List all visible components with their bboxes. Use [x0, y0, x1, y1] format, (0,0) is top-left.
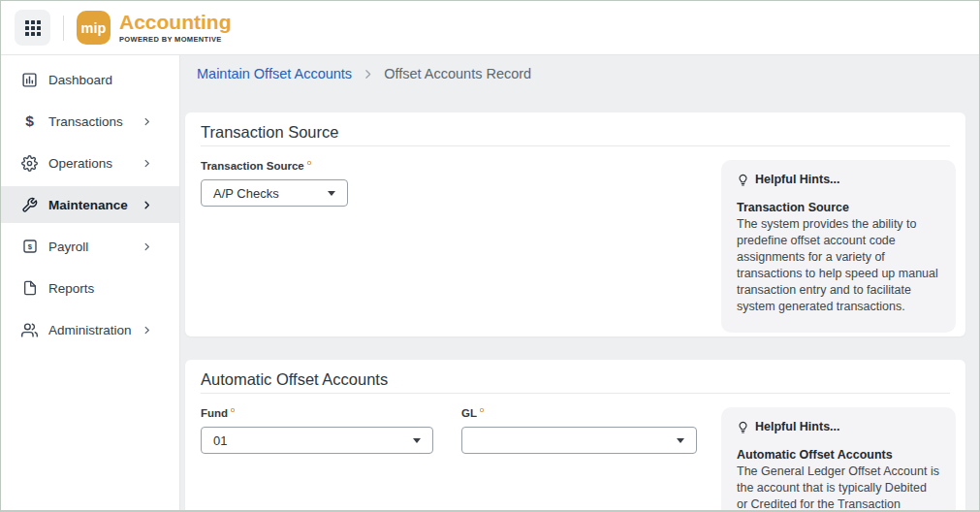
hints-heading: Transaction Source	[737, 200, 940, 216]
caret-down-icon	[328, 191, 335, 196]
brand-text: Accounting POWERED BY MOMENTIVE	[119, 12, 232, 44]
hints-title: Helpful Hints...	[755, 420, 840, 433]
caret-down-icon	[677, 438, 684, 443]
main-content: Maintain Offset Accounts Offset Accounts…	[181, 55, 979, 510]
sidebar-item-administration[interactable]: Administration	[1, 311, 179, 348]
reports-icon	[20, 280, 39, 296]
chevron-right-icon	[142, 158, 152, 169]
select-value: 01	[213, 433, 413, 448]
automatic-offset-accounts-card: Automatic Offset Accounts Fund 01	[185, 360, 965, 510]
sidebar-item-maintenance[interactable]: Maintenance	[1, 186, 179, 223]
gl-field: GL	[461, 407, 697, 454]
app-name: Accounting	[119, 12, 232, 32]
field-label: Fund	[201, 407, 433, 421]
sidebar-item-label: Operations	[48, 156, 112, 171]
lightbulb-icon	[737, 174, 749, 186]
sidebar: Dashboard $ Transactions Operations	[1, 55, 180, 510]
hints-body: The General Ledger Offset Account is the…	[737, 464, 940, 510]
sidebar-item-label: Payroll	[48, 240, 88, 254]
gl-select[interactable]	[461, 427, 697, 454]
transactions-icon: $	[20, 112, 39, 130]
caret-down-icon	[413, 438, 421, 443]
helpful-hints-panel: Helpful Hints... Transaction Source The …	[721, 160, 956, 333]
mip-logo: mip	[77, 11, 111, 45]
field-label: GL	[461, 407, 697, 421]
breadcrumb-current: Offset Accounts Record	[384, 66, 531, 81]
helpful-hints-panel: Helpful Hints... Automatic Offset Accoun…	[721, 407, 956, 510]
lightbulb-icon	[737, 421, 749, 433]
required-indicator	[231, 408, 235, 412]
required-indicator	[480, 408, 484, 412]
hints-title: Helpful Hints...	[755, 173, 840, 186]
chevron-right-icon	[142, 241, 152, 252]
sidebar-item-reports[interactable]: Reports	[1, 270, 179, 306]
card-title: Automatic Offset Accounts	[201, 370, 388, 389]
sidebar-item-dashboard[interactable]: Dashboard	[1, 61, 179, 98]
sidebar-item-operations[interactable]: Operations	[1, 144, 179, 181]
sidebar-item-label: Maintenance	[48, 198, 128, 212]
hints-body: The system provides the ability to prede…	[737, 216, 940, 315]
required-indicator	[307, 161, 311, 165]
transaction-source-select[interactable]: A/P Checks	[201, 179, 348, 207]
hints-heading: Automatic Offset Accounts	[737, 447, 940, 464]
payroll-icon: $	[20, 239, 39, 254]
administration-icon	[20, 322, 39, 338]
operations-icon	[20, 155, 39, 172]
app-launcher-button[interactable]	[15, 10, 50, 46]
chevron-right-icon	[142, 200, 152, 210]
fund-select[interactable]: 01	[201, 427, 433, 454]
maintenance-icon	[20, 197, 39, 213]
chevron-right-icon	[142, 325, 152, 336]
svg-text:$: $	[27, 242, 32, 251]
header-divider	[63, 16, 64, 41]
app-tagline: POWERED BY MOMENTIVE	[119, 35, 232, 44]
app-header: mip Accounting POWERED BY MOMENTIVE	[1, 1, 979, 55]
app-window: mip Accounting POWERED BY MOMENTIVE Dash…	[0, 0, 980, 512]
sidebar-item-label: Dashboard	[48, 73, 112, 87]
sidebar-item-label: Reports	[48, 281, 94, 296]
sidebar-item-transactions[interactable]: $ Transactions	[1, 103, 179, 140]
sidebar-item-payroll[interactable]: $ Payroll	[1, 228, 179, 265]
breadcrumb-link[interactable]: Maintain Offset Accounts	[197, 66, 352, 81]
card-title: Transaction Source	[201, 123, 338, 142]
fund-field: Fund 01	[201, 407, 433, 454]
chevron-right-icon	[142, 116, 152, 127]
select-value: A/P Checks	[213, 186, 328, 201]
dashboard-icon	[20, 72, 39, 88]
sidebar-item-label: Transactions	[48, 114, 123, 129]
chevron-right-icon	[362, 68, 374, 80]
transaction-source-card: Transaction Source Transaction Source A/…	[185, 112, 965, 336]
breadcrumb: Maintain Offset Accounts Offset Accounts…	[197, 66, 531, 81]
grid-icon	[25, 20, 41, 36]
sidebar-item-label: Administration	[48, 323, 132, 337]
